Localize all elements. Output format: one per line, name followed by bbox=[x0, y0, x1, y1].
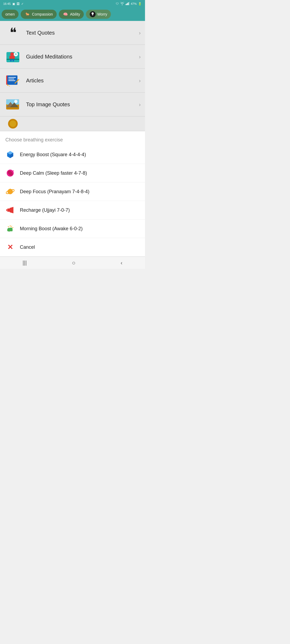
articles-icon bbox=[4, 72, 22, 89]
top-image-quotes-arrow: › bbox=[139, 101, 141, 108]
tab-label-omen: omen bbox=[5, 12, 15, 16]
wifi-icon bbox=[120, 2, 124, 6]
articles-arrow: › bbox=[139, 78, 141, 84]
nav-home-button[interactable]: ○ bbox=[66, 257, 82, 269]
morning-boost-label: Morning Boost (Awake 6-0-2) bbox=[20, 226, 83, 232]
svg-point-30 bbox=[10, 120, 16, 127]
battery-percentage: 47% bbox=[131, 2, 137, 5]
status-left: 16:45 ▣ 🖼 ✓ bbox=[3, 2, 24, 6]
svg-rect-12 bbox=[10, 59, 12, 61]
signal-icon bbox=[126, 2, 129, 6]
sheet-item-deep-focus[interactable]: Deep Focus (Pranayam 7-4-8-4) bbox=[0, 182, 145, 201]
tab-label-compassion: Compassion bbox=[32, 12, 53, 16]
svg-rect-0 bbox=[126, 4, 126, 5]
svg-line-49 bbox=[11, 226, 12, 227]
svg-marker-42 bbox=[10, 207, 13, 213]
sheet-item-cancel[interactable]: ✕ Cancel bbox=[0, 238, 145, 257]
partial-menu-item bbox=[0, 116, 145, 131]
tab-icon-worry bbox=[90, 11, 96, 17]
svg-line-50 bbox=[8, 226, 9, 227]
top-image-quotes-label: Top Image Quotes bbox=[26, 101, 139, 108]
svg-point-7 bbox=[10, 52, 14, 56]
deep-focus-label: Deep Focus (Pranayam 7-4-8-4) bbox=[20, 189, 89, 195]
svg-rect-1 bbox=[127, 3, 128, 5]
nav-recent-button[interactable]: ||| bbox=[16, 258, 33, 268]
articles-label: Articles bbox=[26, 78, 139, 84]
tab-icon-ability: 🧠 bbox=[63, 11, 68, 17]
sim-icon: ▣ bbox=[12, 2, 15, 6]
menu-item-articles[interactable]: Articles › bbox=[0, 69, 145, 93]
deep-calm-icon bbox=[5, 168, 15, 178]
svg-point-28 bbox=[14, 100, 17, 103]
sheet-item-recharge[interactable]: Recharge (Ujjayi 7-0-7) bbox=[0, 201, 145, 219]
text-quotes-icon: ❝ bbox=[4, 25, 22, 41]
tab-label-ability: Ability bbox=[70, 12, 80, 16]
status-time: 16:45 bbox=[3, 2, 11, 5]
guided-meditations-arrow: › bbox=[139, 54, 141, 60]
guided-meditations-label: Guided Meditations bbox=[26, 54, 139, 60]
status-right: 🛡 47% 🔋 bbox=[116, 2, 142, 6]
text-quotes-arrow: › bbox=[139, 30, 141, 36]
tab-label-worry: Worry bbox=[97, 12, 107, 16]
svg-rect-18 bbox=[8, 80, 15, 81]
svg-rect-2 bbox=[128, 2, 129, 5]
svg-rect-47 bbox=[7, 230, 13, 231]
svg-point-22 bbox=[9, 86, 10, 87]
tab-pill-worry[interactable]: Worry bbox=[86, 10, 111, 19]
sheet-item-deep-calm[interactable]: Deep Calm (Sleep faster 4-7-8) bbox=[0, 164, 145, 182]
menu-item-text-quotes[interactable]: ❝ Text Quotes › bbox=[0, 21, 145, 45]
cancel-icon: ✕ bbox=[5, 242, 15, 252]
menu-item-top-image-quotes[interactable]: Top Image Quotes › bbox=[0, 93, 145, 116]
main-content: ❝ Text Quotes › + Guided Meditati bbox=[0, 21, 145, 131]
svg-line-37 bbox=[13, 170, 14, 171]
svg-rect-5 bbox=[92, 15, 93, 16]
svg-rect-17 bbox=[8, 79, 14, 79]
tab-icon-compassion: 🐎 bbox=[24, 11, 30, 17]
shield-icon: 🛡 bbox=[116, 2, 119, 5]
bottom-sheet: Choose breathing exercise Energy Boost (… bbox=[0, 131, 145, 257]
nav-bar: ||| ○ ‹ bbox=[0, 257, 145, 269]
menu-item-guided-meditations[interactable]: + Guided Meditations › bbox=[0, 45, 145, 69]
bottom-sheet-title: Choose breathing exercise bbox=[0, 131, 145, 145]
sheet-item-energy-boost[interactable]: Energy Boost (Square 4-4-4-4) bbox=[0, 145, 145, 164]
photo-icon: 🖼 bbox=[17, 2, 20, 5]
energy-boost-icon bbox=[5, 150, 15, 159]
svg-rect-16 bbox=[8, 77, 16, 78]
energy-boost-label: Energy Boost (Square 4-4-4-4) bbox=[20, 152, 86, 158]
recharge-label: Recharge (Ujjayi 7-0-7) bbox=[20, 207, 70, 213]
category-tabs: omen 🐎 Compassion 🧠 Ability Worry bbox=[0, 8, 145, 21]
svg-rect-13 bbox=[13, 59, 14, 61]
svg-text:+: + bbox=[15, 52, 17, 56]
svg-rect-15 bbox=[7, 75, 17, 85]
svg-rect-3 bbox=[129, 2, 129, 5]
tab-pill-compassion[interactable]: 🐎 Compassion bbox=[21, 10, 57, 19]
guided-meditations-icon: + bbox=[4, 49, 22, 65]
text-quotes-label: Text Quotes bbox=[26, 30, 139, 36]
tab-pill-omen[interactable]: omen bbox=[2, 10, 19, 19]
deep-focus-icon bbox=[5, 187, 15, 196]
nav-back-button[interactable]: ‹ bbox=[114, 258, 129, 268]
deep-calm-label: Deep Calm (Sleep faster 4-7-8) bbox=[20, 170, 87, 176]
svg-point-40 bbox=[10, 189, 11, 190]
recharge-icon bbox=[5, 205, 15, 215]
morning-boost-icon bbox=[5, 224, 15, 233]
battery-icon: 🔋 bbox=[138, 2, 142, 6]
svg-point-44 bbox=[7, 210, 8, 211]
cancel-label: Cancel bbox=[20, 244, 35, 250]
sheet-item-morning-boost[interactable]: Morning Boost (Awake 6-0-2) bbox=[0, 219, 145, 238]
check-icon: ✓ bbox=[21, 2, 24, 6]
tab-pill-ability[interactable]: 🧠 Ability bbox=[59, 10, 84, 19]
svg-point-21 bbox=[7, 84, 9, 86]
status-bar: 16:45 ▣ 🖼 ✓ 🛡 47% 🔋 bbox=[0, 0, 145, 8]
top-image-quotes-icon bbox=[4, 96, 22, 112]
